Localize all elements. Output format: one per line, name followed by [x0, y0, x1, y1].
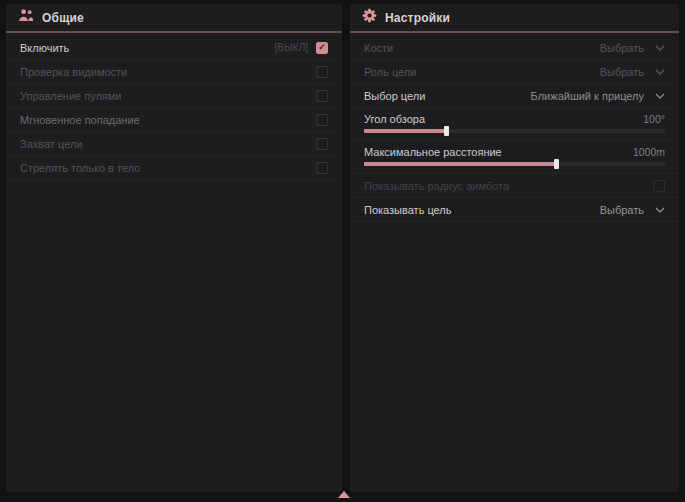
- gear-icon: [362, 8, 377, 27]
- row-label: Роль цели: [364, 66, 416, 78]
- check-icon: ✓: [318, 43, 326, 52]
- row-label: Показывать цель: [364, 204, 452, 216]
- chevron-down-icon: [655, 45, 665, 51]
- row-target-lock[interactable]: Захват цели: [7, 132, 341, 156]
- dropdown-value: Выбрать: [600, 204, 644, 216]
- row-label: Включить: [20, 42, 69, 54]
- row-label: Управление пулями: [20, 90, 122, 102]
- max-distance-slider[interactable]: [364, 162, 665, 166]
- dropdown-value: Ближайший к прицелу: [531, 90, 644, 102]
- row-label: Захват цели: [20, 138, 82, 150]
- row-bullet-control[interactable]: Управление пулями: [7, 84, 341, 108]
- row-label: Показывать радиус аимбота: [364, 180, 509, 192]
- fov-value: 100°: [643, 113, 665, 125]
- row-label: Мгновенное попадание: [20, 114, 140, 126]
- row-label: Угол обзора: [364, 113, 425, 125]
- row-label: Кости: [364, 42, 393, 54]
- scroll-up-arrow[interactable]: [338, 491, 350, 498]
- row-show-target[interactable]: Показывать цель Выбрать: [351, 198, 678, 222]
- panel-settings: Настройки Кости Выбрать Роль цели Выбрат…: [350, 4, 679, 492]
- chevron-down-icon: [655, 93, 665, 99]
- dropdown-value: Выбрать: [600, 66, 644, 78]
- panel-settings-header: Настройки: [350, 4, 679, 31]
- hotkey-hint: [ВЫКЛ]: [275, 42, 308, 53]
- bullet-control-checkbox[interactable]: [316, 90, 328, 102]
- dropdown-value: Выбрать: [600, 42, 644, 54]
- max-distance-slider-fill: [364, 162, 557, 166]
- panel-general-header: Общие: [6, 4, 342, 31]
- row-body-only[interactable]: Стрелять только в тело: [7, 156, 341, 180]
- max-distance-slider-handle[interactable]: [554, 159, 559, 169]
- fov-slider-fill: [364, 129, 447, 133]
- visibility-check-checkbox[interactable]: [316, 66, 328, 78]
- row-visibility-check[interactable]: Проверка видимости: [7, 60, 341, 84]
- panel-general-title: Общие: [42, 11, 84, 25]
- instant-hit-checkbox[interactable]: [316, 114, 328, 126]
- row-label: Выбор цели: [364, 90, 425, 102]
- row-label: Проверка видимости: [20, 66, 127, 78]
- row-enable[interactable]: Включить [ВЫКЛ] ✓: [7, 36, 341, 60]
- body-only-checkbox[interactable]: [316, 162, 328, 174]
- max-distance-value: 1000m: [633, 146, 665, 158]
- panel-general: Общие Включить [ВЫКЛ] ✓ Проверка видимос…: [6, 4, 342, 492]
- row-show-aimbot-radius[interactable]: Показывать радиус аимбота: [351, 174, 678, 198]
- fov-slider[interactable]: [364, 129, 665, 133]
- row-instant-hit[interactable]: Мгновенное попадание: [7, 108, 341, 132]
- row-bones[interactable]: Кости Выбрать: [351, 36, 678, 60]
- target-selection-dropdown[interactable]: Ближайший к прицелу: [531, 90, 665, 102]
- general-rows: Включить [ВЫКЛ] ✓ Проверка видимости Упр…: [6, 33, 342, 180]
- settings-rows: Кости Выбрать Роль цели Выбрать Выбор це…: [350, 33, 679, 222]
- chevron-down-icon: [655, 69, 665, 75]
- row-fov: Угол обзора 100°: [351, 108, 678, 141]
- row-target-selection[interactable]: Выбор цели Ближайший к прицелу: [351, 84, 678, 108]
- target-role-dropdown[interactable]: Выбрать: [600, 66, 665, 78]
- panel-settings-title: Настройки: [385, 11, 450, 25]
- row-label: Максимальное расстояние: [364, 146, 502, 158]
- target-lock-checkbox[interactable]: [316, 138, 328, 150]
- fov-slider-handle[interactable]: [444, 126, 449, 136]
- chevron-down-icon: [655, 207, 665, 213]
- row-max-distance: Максимальное расстояние 1000m: [351, 141, 678, 174]
- enable-checkbox[interactable]: ✓: [316, 42, 328, 54]
- show-target-dropdown[interactable]: Выбрать: [600, 204, 665, 216]
- users-icon: [18, 8, 34, 27]
- row-target-role[interactable]: Роль цели Выбрать: [351, 60, 678, 84]
- row-label: Стрелять только в тело: [20, 162, 140, 174]
- bones-dropdown[interactable]: Выбрать: [600, 42, 665, 54]
- show-aimbot-radius-checkbox[interactable]: [653, 180, 665, 192]
